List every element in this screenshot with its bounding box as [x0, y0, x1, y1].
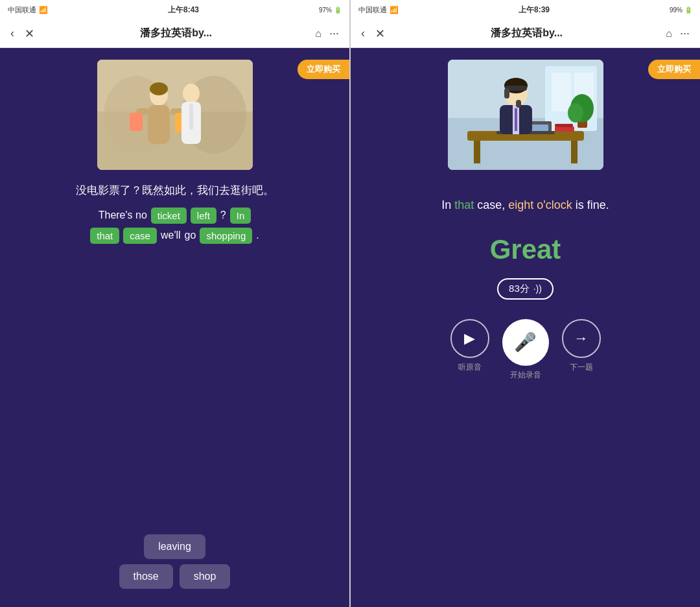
sentence-in: In: [441, 198, 454, 211]
play-control: ▶ 听原音: [450, 319, 489, 373]
nav-bar-left: ‹ ✕ 潘多拉英语by... ⌂ ···: [0, 19, 349, 48]
main-content-right: 立即购买: [351, 48, 700, 607]
svg-rect-36: [504, 88, 509, 99]
back-button-right[interactable]: ‹: [358, 24, 368, 43]
wifi-icon-left: 📶: [39, 6, 48, 14]
word-question: ?: [220, 209, 226, 221]
home-button-left[interactable]: ⌂: [315, 28, 321, 40]
sentence-line1: There's no ticket left ? In: [13, 208, 336, 224]
next-control: → 下一题: [562, 319, 601, 373]
word-shopping[interactable]: shopping: [200, 228, 252, 244]
choice-those[interactable]: those: [119, 564, 173, 589]
svg-rect-29: [555, 124, 573, 127]
business-scene-svg: [448, 60, 603, 170]
score-badge: 83分 ·)): [497, 278, 554, 300]
more-button-right[interactable]: ···: [677, 24, 692, 43]
word-period: .: [256, 230, 259, 241]
score-value: 83分: [509, 283, 530, 295]
word-well: we'll: [161, 230, 181, 241]
sentence-fine: is fine.: [572, 198, 609, 211]
carrier-right: 中国联通: [358, 5, 387, 15]
word-case[interactable]: case: [123, 228, 157, 244]
status-left: 中国联通 📶: [8, 5, 48, 15]
word-choices-area: leaving those shop: [13, 248, 336, 599]
mic-button[interactable]: 🎤: [502, 319, 549, 366]
next-label: 下一题: [570, 362, 593, 373]
play-label: 听原音: [458, 362, 482, 373]
svg-rect-37: [516, 100, 521, 108]
mic-control: 🎤 开始录音: [502, 319, 549, 381]
time-right: 上午8:39: [519, 5, 550, 16]
choice-leaving[interactable]: leaving: [144, 534, 205, 559]
bottom-choice-row: those shop: [13, 564, 336, 589]
buy-button-left[interactable]: 立即购买: [298, 60, 349, 79]
svg-rect-17: [552, 73, 571, 112]
svg-rect-23: [474, 141, 480, 163]
status-bar-right: 中国联通 📶 上午8:39 99% 🔋: [351, 0, 700, 19]
svg-rect-7: [130, 113, 143, 131]
next-button[interactable]: →: [562, 319, 601, 358]
more-button-left[interactable]: ···: [327, 24, 342, 43]
shopping-scene-svg: [97, 60, 253, 170]
svg-rect-34: [515, 108, 517, 131]
lesson-image-left: [97, 60, 253, 170]
svg-rect-13: [189, 104, 193, 130]
middle-choice-row: leaving: [13, 534, 336, 559]
word-that[interactable]: that: [90, 228, 119, 244]
svg-point-10: [150, 82, 168, 95]
status-bar-left: 中国联通 📶 上午8:43 97% 🔋: [0, 0, 349, 19]
choice-shop[interactable]: shop: [180, 564, 231, 589]
lesson-image-right: [448, 60, 603, 170]
status-right-right: 99% 🔋: [670, 6, 692, 14]
battery-left: 97%: [319, 6, 332, 14]
close-button-left[interactable]: ✕: [22, 24, 37, 43]
word-theres-no: There's no: [99, 209, 147, 221]
bottom-controls: ▶ 听原音 🎤 开始录音 → 下一题: [364, 319, 687, 381]
battery-right: 99%: [670, 6, 682, 14]
main-content-left: 立即购买: [0, 48, 349, 607]
nav-bar-right: ‹ ✕ 潘多拉英语by... ⌂ ···: [351, 19, 700, 48]
sentence-case: case,: [474, 198, 508, 211]
sentence-line2: that case we'll go shopping .: [13, 228, 336, 244]
status-left-right: 中国联通 📶: [358, 5, 399, 15]
battery-icon-left: 🔋: [334, 6, 342, 14]
sentence-eight: eight o'clock: [508, 198, 572, 211]
svg-rect-5: [148, 105, 170, 144]
word-left[interactable]: left: [191, 208, 216, 224]
status-right-left: 97% 🔋: [319, 6, 342, 14]
wifi-icon-right: 📶: [390, 6, 399, 14]
svg-point-21: [568, 103, 583, 123]
time-left: 上午8:43: [168, 5, 199, 16]
sentence-highlight: In that case, eight o'clock is fine.: [441, 196, 609, 215]
play-button[interactable]: ▶: [450, 319, 489, 358]
svg-point-11: [183, 84, 200, 103]
battery-icon-right: 🔋: [684, 6, 692, 14]
word-in[interactable]: In: [230, 208, 251, 224]
svg-rect-24: [571, 141, 578, 163]
close-button-right[interactable]: ✕: [373, 24, 388, 43]
carrier-left: 中国联通: [8, 5, 36, 15]
chinese-sentence: 没电影票了？既然如此，我们去逛街吧。: [76, 183, 274, 198]
nav-title-left: 潘多拉英语by...: [42, 27, 310, 40]
buy-button-right[interactable]: 立即购买: [648, 60, 700, 79]
word-go: go: [185, 230, 196, 241]
back-button-left[interactable]: ‹: [8, 24, 17, 43]
great-text: Great: [490, 234, 561, 265]
word-ticket[interactable]: ticket: [151, 208, 187, 224]
svg-rect-28: [555, 126, 574, 132]
sentence-that: that: [454, 198, 474, 211]
sound-icon: ·)): [533, 283, 542, 294]
nav-title-right: 潘多拉英语by...: [393, 27, 660, 40]
mic-label: 开始录音: [510, 370, 541, 381]
home-button-right[interactable]: ⌂: [666, 28, 672, 40]
